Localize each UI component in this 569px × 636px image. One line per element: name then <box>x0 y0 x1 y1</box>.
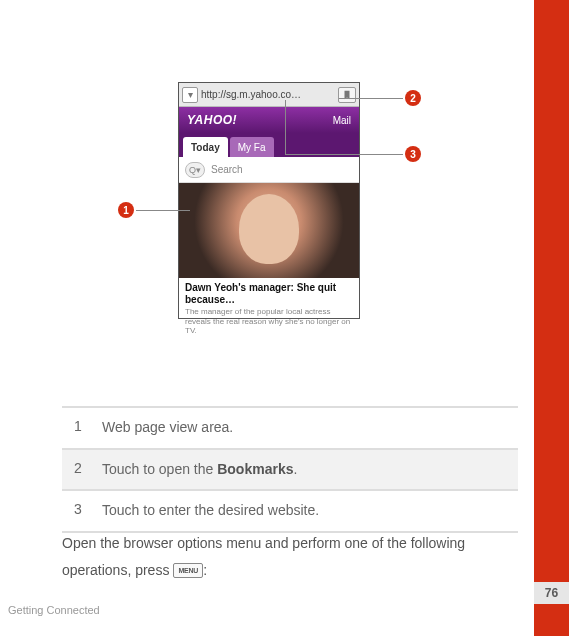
legend-table: 1 Web page view area. 2 Touch to open th… <box>62 406 518 533</box>
article-photo[interactable] <box>179 183 359 278</box>
page-favicon: ▾ <box>182 87 198 103</box>
bookmarks-button[interactable] <box>338 87 356 103</box>
body-line-1: Open the browser options menu and perfor… <box>62 535 465 551</box>
legend-row-1: 1 Web page view area. <box>62 408 518 450</box>
legend-text: Touch to enter the desired website. <box>102 491 518 531</box>
article-title[interactable]: Dawn Yeoh's manager: She quit because… <box>179 278 359 307</box>
body-line-2-pre: operations, press <box>62 562 173 578</box>
mail-link[interactable]: Mail <box>333 115 351 126</box>
callout-3-badge: 3 <box>405 146 421 162</box>
address-bar: ▾ http://sg.m.yahoo.co… <box>179 83 359 107</box>
legend-row-2: 2 Touch to open the Bookmarks. <box>62 450 518 492</box>
legend-text-pre: Touch to open the <box>102 461 217 477</box>
legend-text: Web page view area. <box>102 408 518 448</box>
legend-text-post: . <box>293 461 297 477</box>
legend-num: 1 <box>62 408 102 448</box>
search-input[interactable]: Search <box>211 164 243 175</box>
page-number: 76 <box>534 582 569 604</box>
accent-sidebar <box>534 0 569 636</box>
site-header: YAHOO! Mail <box>179 107 359 133</box>
search-icon[interactable]: Q▾ <box>185 162 205 178</box>
callout-2-badge: 2 <box>405 90 421 106</box>
article-subtitle: The manager of the popular local actress… <box>179 307 359 340</box>
body-paragraph: Open the browser options menu and perfor… <box>62 530 518 583</box>
body-line-2-post: : <box>203 562 207 578</box>
callout-3-line-h <box>285 154 403 155</box>
callout-3-line-v <box>285 100 286 155</box>
url-field[interactable]: http://sg.m.yahoo.co… <box>201 89 335 100</box>
legend-row-3: 3 Touch to enter the desired website. <box>62 491 518 533</box>
callout-2-line <box>339 98 403 99</box>
legend-num: 2 <box>62 450 102 490</box>
section-footer: Getting Connected <box>8 604 100 616</box>
browser-screenshot: ▾ http://sg.m.yahoo.co… YAHOO! Mail Toda… <box>178 82 360 319</box>
legend-text: Touch to open the Bookmarks. <box>102 450 518 490</box>
tab-favourites[interactable]: My Fa <box>230 137 274 157</box>
search-row: Q▾ Search <box>179 157 359 183</box>
menu-key-icon: MENU <box>173 563 203 578</box>
callout-1-line <box>136 210 190 211</box>
yahoo-logo: YAHOO! <box>187 113 237 127</box>
tab-today[interactable]: Today <box>183 137 228 157</box>
legend-num: 3 <box>62 491 102 531</box>
legend-text-bold: Bookmarks <box>217 461 293 477</box>
callout-1-badge: 1 <box>118 202 134 218</box>
